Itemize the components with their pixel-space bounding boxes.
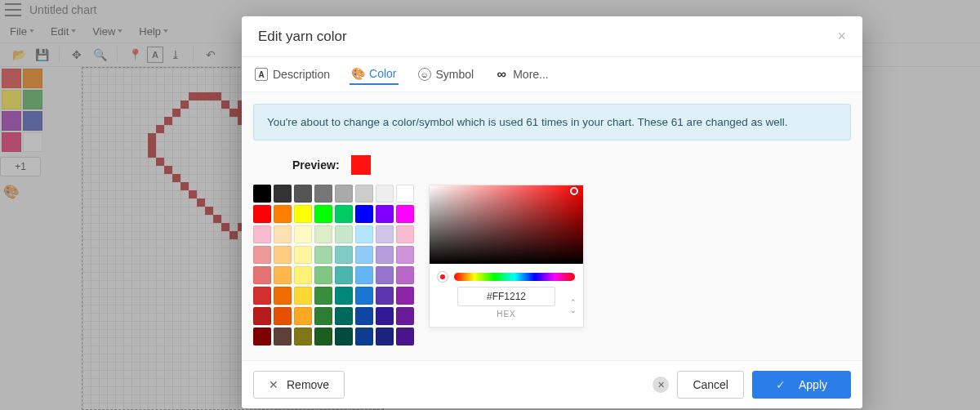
color-swatch[interactable]: [274, 225, 292, 243]
color-swatch[interactable]: [294, 225, 312, 243]
cancel-x-icon: ✕: [653, 377, 669, 393]
hue-slider[interactable]: [454, 273, 575, 281]
color-swatch[interactable]: [335, 246, 353, 264]
color-swatch[interactable]: [396, 205, 414, 223]
color-swatch[interactable]: [274, 185, 292, 203]
infinity-icon: ∞: [495, 68, 508, 81]
color-swatch[interactable]: [314, 328, 332, 345]
color-swatch[interactable]: [376, 246, 394, 264]
color-swatch[interactable]: [376, 307, 394, 325]
color-swatch[interactable]: [274, 205, 292, 223]
format-stepper[interactable]: ⌃⌄: [570, 299, 577, 314]
color-swatch[interactable]: [376, 287, 394, 305]
custom-color-picker: HEX ⌃⌄: [429, 185, 584, 328]
color-swatch[interactable]: [253, 185, 271, 203]
color-swatch[interactable]: [294, 205, 312, 223]
color-swatch[interactable]: [355, 266, 373, 284]
color-swatch[interactable]: [355, 225, 373, 243]
color-swatch[interactable]: [335, 328, 353, 345]
color-swatch[interactable]: [396, 266, 414, 284]
tab-color[interactable]: 🎨 Color: [350, 64, 398, 85]
color-swatch[interactable]: [253, 328, 271, 345]
swatch-grid: [253, 185, 414, 345]
color-swatch[interactable]: [396, 287, 414, 305]
tab-symbol[interactable]: ☺ Symbol: [416, 65, 476, 84]
color-swatch[interactable]: [335, 225, 353, 243]
color-swatch[interactable]: [396, 246, 414, 264]
color-swatch[interactable]: [294, 328, 312, 345]
color-swatch[interactable]: [314, 307, 332, 325]
x-icon: ✕: [269, 378, 278, 391]
edit-yarn-modal: Edit yarn color × A Description 🎨 Color …: [242, 16, 862, 408]
color-swatch[interactable]: [335, 287, 353, 305]
close-icon[interactable]: ×: [837, 28, 846, 45]
color-swatch[interactable]: [335, 205, 353, 223]
color-swatch[interactable]: [253, 205, 271, 223]
color-swatch[interactable]: [314, 205, 332, 223]
color-swatch[interactable]: [396, 225, 414, 243]
color-swatch[interactable]: [376, 185, 394, 203]
color-swatch[interactable]: [274, 307, 292, 325]
color-swatch[interactable]: [314, 266, 332, 284]
color-swatch[interactable]: [396, 307, 414, 325]
color-swatch[interactable]: [355, 205, 373, 223]
preview-swatch: [351, 155, 371, 175]
color-swatch[interactable]: [314, 185, 332, 203]
color-swatch[interactable]: [396, 328, 414, 345]
saturation-cursor[interactable]: [570, 187, 578, 195]
color-swatch[interactable]: [253, 225, 271, 243]
color-swatch[interactable]: [355, 307, 373, 325]
color-swatch[interactable]: [335, 185, 353, 203]
color-swatch[interactable]: [376, 205, 394, 223]
smile-icon: ☺: [418, 68, 431, 81]
remove-button[interactable]: ✕ Remove: [253, 371, 345, 399]
color-swatch[interactable]: [355, 246, 373, 264]
preview-label: Preview:: [292, 158, 340, 172]
modal-title: Edit yarn color: [258, 29, 347, 45]
color-swatch[interactable]: [274, 287, 292, 305]
color-swatch[interactable]: [355, 328, 373, 345]
color-swatch[interactable]: [314, 287, 332, 305]
color-swatch[interactable]: [376, 225, 394, 243]
color-swatch[interactable]: [294, 185, 312, 203]
color-swatch[interactable]: [376, 266, 394, 284]
tab-description[interactable]: A Description: [253, 65, 332, 84]
color-swatch[interactable]: [376, 328, 394, 345]
color-swatch[interactable]: [396, 185, 414, 203]
color-swatch[interactable]: [253, 307, 271, 325]
color-swatch[interactable]: [294, 307, 312, 325]
saturation-field[interactable]: [430, 185, 583, 264]
color-swatch[interactable]: [355, 287, 373, 305]
color-swatch[interactable]: [253, 266, 271, 284]
selected-hue-dot: [438, 272, 448, 282]
color-swatch[interactable]: [335, 266, 353, 284]
color-swatch[interactable]: [355, 185, 373, 203]
color-swatch[interactable]: [294, 246, 312, 264]
color-swatch[interactable]: [314, 246, 332, 264]
apply-button[interactable]: ✓ Apply: [752, 371, 851, 399]
color-swatch[interactable]: [253, 287, 271, 305]
color-swatch[interactable]: [294, 287, 312, 305]
color-swatch[interactable]: [294, 266, 312, 284]
hex-input[interactable]: [457, 287, 555, 306]
hex-label: HEX: [497, 310, 516, 319]
color-swatch[interactable]: [253, 246, 271, 264]
text-box-icon: A: [255, 68, 268, 81]
palette-icon: 🎨: [351, 67, 364, 80]
check-icon: ✓: [776, 378, 786, 391]
color-swatch[interactable]: [314, 225, 332, 243]
color-swatch[interactable]: [274, 246, 292, 264]
cancel-button[interactable]: Cancel: [677, 371, 744, 399]
color-swatch[interactable]: [335, 307, 353, 325]
tab-more[interactable]: ∞ More...: [493, 65, 550, 84]
color-swatch[interactable]: [274, 328, 292, 345]
color-swatch[interactable]: [274, 266, 292, 284]
usage-warning-banner: You're about to change a color/symbol wh…: [253, 104, 851, 140]
